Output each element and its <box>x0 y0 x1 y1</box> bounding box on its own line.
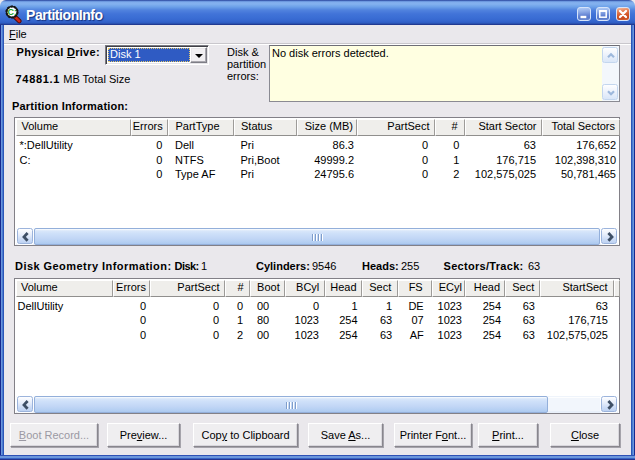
svg-text:C:: C: <box>8 7 18 17</box>
